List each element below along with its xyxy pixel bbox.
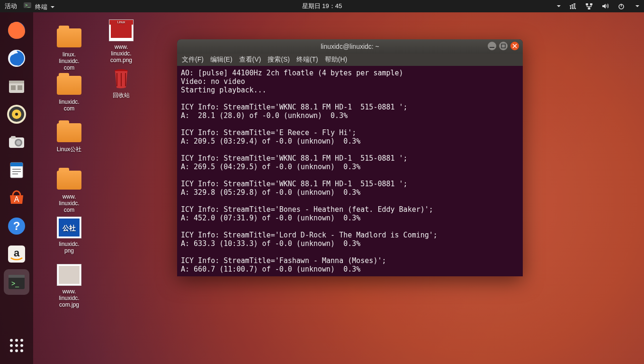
app-menu[interactable]: >_ 终端 bbox=[24, 1, 54, 11]
clock[interactable]: 星期日 19：45 bbox=[302, 2, 342, 10]
terminal-menu-item[interactable]: 文件(F) bbox=[182, 55, 204, 64]
terminal-icon: >_ bbox=[24, 1, 31, 9]
desktop-icon[interactable]: Linuxwww.linuxidc.com.png bbox=[99, 19, 143, 64]
desktop-icon[interactable]: Linux公社 bbox=[47, 121, 91, 153]
input-source-indicator[interactable] bbox=[557, 5, 561, 9]
terminal-menu-item[interactable]: 编辑(E) bbox=[210, 55, 233, 64]
svg-rect-34 bbox=[490, 47, 494, 48]
svg-rect-12 bbox=[9, 81, 24, 83]
folder-icon bbox=[56, 121, 82, 144]
terminal-menu-item[interactable]: 查看(V) bbox=[239, 55, 261, 64]
terminal-output[interactable]: AO: [pulse] 44100Hz 2ch floatle (4 bytes… bbox=[177, 66, 523, 276]
terminal-menubar: 文件(F)编辑(E)查看(V)搜索(S)终端(T)帮助(H) bbox=[177, 54, 523, 66]
svg-text:A: A bbox=[14, 195, 19, 203]
ubuntu-software-icon: A bbox=[5, 187, 28, 209]
terminal-menu-item[interactable]: 终端(T) bbox=[296, 55, 318, 64]
svg-rect-24 bbox=[10, 163, 23, 166]
svg-rect-7 bbox=[588, 8, 590, 9]
desktop-icon[interactable]: www.linuxidc.com.jpg bbox=[47, 264, 91, 308]
dock: A?a>_ bbox=[0, 12, 33, 364]
svg-rect-6 bbox=[590, 3, 592, 5]
terminal-window[interactable]: linuxidc@linuxidc: ~ 文件(F)编辑(E)查看(V)搜索(S… bbox=[177, 39, 523, 276]
minimize-button[interactable] bbox=[488, 42, 496, 50]
terminal-icon: >_ bbox=[5, 271, 28, 293]
help-icon: ? bbox=[5, 215, 28, 237]
desktop-icon[interactable]: 回收站 bbox=[99, 67, 143, 99]
rhythmbox-icon bbox=[5, 103, 28, 126]
image-icon: 公社 bbox=[56, 216, 82, 239]
svg-rect-20 bbox=[11, 136, 16, 139]
desktop-icon[interactable]: www.linuxidc.com bbox=[47, 169, 91, 213]
chevron-down-icon bbox=[635, 5, 639, 9]
firefox-icon bbox=[5, 19, 28, 42]
chevron-down-icon bbox=[51, 6, 54, 10]
top-panel: 活动 >_ 终端 星期日 19：45 bbox=[0, 0, 644, 12]
dock-firefox[interactable] bbox=[4, 18, 29, 43]
dock-files[interactable] bbox=[4, 73, 29, 99]
desktop-icon-label: 回收站 bbox=[99, 92, 143, 99]
desktop-icon[interactable]: linux.linuxidc.com bbox=[47, 27, 91, 71]
network-wired-icon[interactable] bbox=[585, 2, 593, 10]
terminal-menu-item[interactable]: 搜索(S) bbox=[268, 55, 290, 64]
desktop-icon-label: linuxidc.png bbox=[47, 241, 91, 254]
dock-thunderbird[interactable] bbox=[4, 46, 29, 71]
network-icon[interactable] bbox=[569, 2, 577, 10]
desktop-icon[interactable]: 公社linuxidc.png bbox=[47, 216, 91, 254]
svg-text:?: ? bbox=[13, 219, 20, 232]
files-icon bbox=[5, 75, 28, 98]
desktop-icon-label: www.linuxidc.com.jpg bbox=[47, 288, 91, 308]
dock-libreoffice-writer[interactable] bbox=[4, 157, 29, 183]
image-icon bbox=[56, 264, 82, 286]
dock-amazon[interactable]: a bbox=[4, 241, 29, 267]
thunderbird-icon bbox=[5, 47, 28, 70]
dock-shotwell[interactable] bbox=[4, 129, 29, 155]
desktop[interactable]: linux.linuxidc.comlinuxidc.comLinux公社www… bbox=[33, 12, 644, 364]
svg-point-18 bbox=[15, 113, 18, 116]
libreoffice-writer-icon bbox=[5, 159, 28, 182]
maximize-button[interactable] bbox=[499, 42, 508, 50]
volume-icon[interactable] bbox=[601, 2, 609, 10]
desktop-icon-label: linuxidc.com bbox=[47, 99, 91, 112]
desktop-icon-label: Linux公社 bbox=[47, 146, 91, 153]
desktop-icon-label: linux.linuxidc.com bbox=[47, 51, 91, 71]
svg-rect-5 bbox=[586, 3, 588, 5]
svg-text:>_: >_ bbox=[25, 3, 30, 8]
show-applications-button[interactable] bbox=[4, 333, 29, 358]
desktop-icon-label: www.linuxidc.com.png bbox=[99, 44, 143, 64]
shotwell-icon bbox=[5, 131, 28, 154]
trash-icon bbox=[108, 67, 134, 90]
dock-help[interactable]: ? bbox=[4, 213, 29, 239]
dock-rhythmbox[interactable] bbox=[4, 101, 29, 127]
svg-text:a: a bbox=[14, 247, 20, 259]
svg-point-22 bbox=[16, 140, 21, 145]
folder-icon bbox=[56, 169, 82, 191]
activities-button[interactable]: 活动 bbox=[5, 2, 17, 10]
terminal-menu-item[interactable]: 帮助(H) bbox=[325, 55, 347, 64]
folder-icon bbox=[56, 27, 82, 49]
svg-rect-14 bbox=[18, 85, 22, 90]
svg-rect-35 bbox=[501, 44, 505, 48]
folder-icon bbox=[56, 74, 82, 97]
svg-rect-13 bbox=[11, 85, 16, 90]
window-title: linuxidc@linuxidc: ~ bbox=[321, 43, 379, 50]
desktop-icon-label: www.linuxidc.com bbox=[47, 193, 91, 213]
power-icon[interactable] bbox=[617, 2, 625, 10]
apps-grid-icon bbox=[10, 339, 23, 352]
svg-rect-31 bbox=[9, 275, 25, 278]
image-icon: Linux bbox=[108, 19, 134, 42]
close-button[interactable] bbox=[510, 42, 519, 50]
window-titlebar[interactable]: linuxidc@linuxidc: ~ bbox=[177, 39, 523, 54]
dock-ubuntu-software[interactable]: A bbox=[4, 185, 29, 211]
desktop-icon[interactable]: linuxidc.com bbox=[47, 74, 91, 112]
amazon-icon: a bbox=[5, 243, 28, 265]
svg-text:>_: >_ bbox=[11, 280, 19, 287]
app-menu-label: 终端 bbox=[35, 3, 47, 10]
dock-terminal[interactable]: >_ bbox=[4, 269, 29, 295]
